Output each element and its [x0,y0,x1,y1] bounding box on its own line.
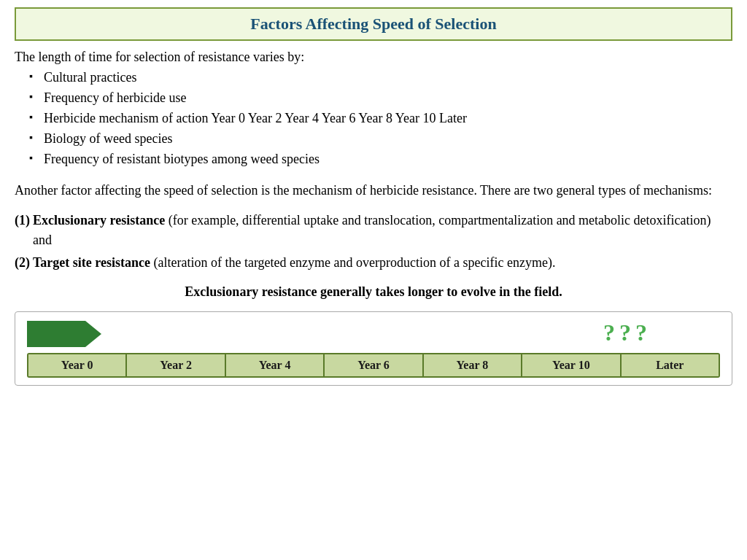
timeline-bar: Year 0 Year 2 Year 4 Year 6 Year 8 Year … [27,353,720,378]
q-mark-1: ? [603,321,615,344]
q-mark-3: ? [635,321,647,344]
bullet-list: Cultural practices Frequency of herbicid… [29,68,732,169]
timeline-section: ? ? ? Year 0 Year 2 Year 4 Year 6 Year 8… [15,311,732,386]
timeline-cell-3: Year 6 [325,354,423,376]
item1-num: (1) [15,211,30,250]
item2-num: (2) [15,253,30,273]
question-marks-container: ? ? ? [603,321,647,344]
page-title: Factors Affecting Speed of Selection [250,15,496,33]
list-item: Cultural practices [29,68,732,88]
timeline-cell-2: Year 4 [226,354,325,376]
timeline-cell-1: Year 2 [127,354,225,376]
intro-text: The length of time for selection of resi… [15,50,732,65]
highlight-line: Exclusionary resistance generally takes … [15,284,732,300]
item2-rest: (alteration of the targeted enzyme and o… [150,255,555,270]
list-item: Frequency of resistant biotypes among we… [29,149,732,170]
timeline-cell-0: Year 0 [28,354,127,376]
timeline-arrow-row: ? ? ? [27,321,720,347]
item1: (1) Exclusionary resistance (for example… [15,211,732,250]
timeline-cell-6: Later [622,354,719,376]
numbered-items: (1) Exclusionary resistance (for example… [15,211,732,276]
arrow-container [27,321,85,347]
timeline-cell-4: Year 8 [424,354,522,376]
q-mark-2: ? [619,321,631,344]
item2: (2) Target site resistance (alteration o… [15,253,732,273]
list-item: Herbicide mechanism of action Year 0 Yea… [29,109,732,129]
item1-bold: Exclusionary resistance [33,213,165,228]
timeline-cell-5: Year 10 [522,354,621,376]
list-item: Frequency of herbicide use [29,88,732,109]
paragraph1: Another factor affecting the speed of se… [15,181,732,201]
page: Factors Affecting Speed of Selection The… [0,0,747,560]
arrow-shape [27,321,85,347]
title-box: Factors Affecting Speed of Selection [15,7,732,41]
item2-bold: Target site resistance [33,255,150,270]
list-item: Biology of weed species [29,129,732,149]
